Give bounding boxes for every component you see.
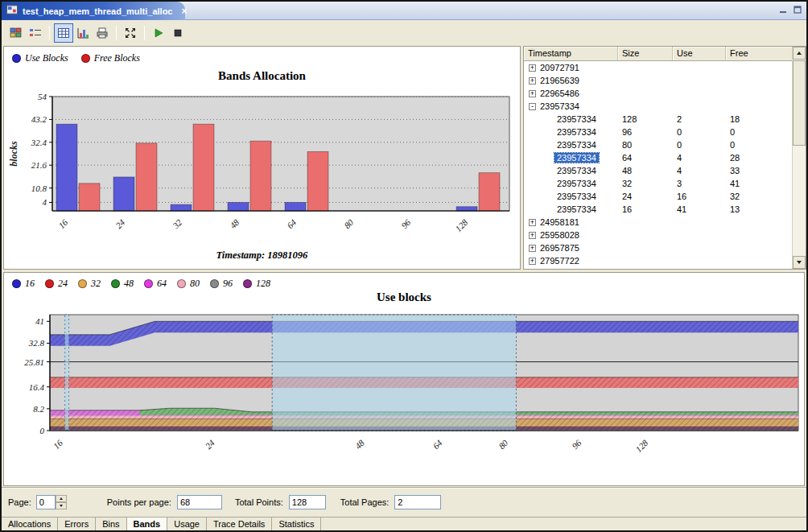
table-row[interactable]: 23957334128218 xyxy=(524,113,794,126)
size-cell xyxy=(618,100,673,113)
table-row[interactable]: +21965639 xyxy=(524,74,794,87)
legend-color-dot xyxy=(144,279,153,288)
timestamp-value: 24958181 xyxy=(540,217,579,227)
scroll-thumb[interactable] xyxy=(793,60,806,146)
expand-toggle[interactable]: + xyxy=(529,64,536,72)
maximize-icon[interactable] xyxy=(792,4,803,15)
column-header[interactable]: Free xyxy=(726,47,794,60)
size-cell: 48 xyxy=(618,164,673,177)
table-row[interactable]: +26957875 xyxy=(524,241,794,254)
stop-button[interactable] xyxy=(168,23,188,43)
timestamp-value: 23957334 xyxy=(554,114,599,124)
bands-allocation-chart[interactable]: 410.821.632.443.25416243248648096128bloc… xyxy=(6,89,520,250)
table-row[interactable]: 2395733432341 xyxy=(524,177,794,190)
table-view-button[interactable] xyxy=(54,23,73,43)
timestamp-value: 26957875 xyxy=(540,243,579,253)
expand-toggle[interactable]: + xyxy=(529,258,536,265)
timestamp-cell: +20972791 xyxy=(524,61,618,74)
timestamp-value: 23957334 xyxy=(540,101,579,111)
view-tab-bar: AllocationsErrorsBinsBandsUsageTrace Det… xyxy=(2,517,806,530)
use-blocks-chart[interactable]: 08.216.425.8132.841162448648096128 xyxy=(5,308,805,484)
points-per-page-input[interactable] xyxy=(177,495,222,509)
tab-test-heap-mem-thread-multi-alloc[interactable]: test_heap_mem_thread_multi_alloc × xyxy=(2,2,185,20)
free-cell: 13 xyxy=(726,203,794,216)
svg-text:32.8: 32.8 xyxy=(28,338,45,348)
free-cell xyxy=(726,241,794,254)
close-icon[interactable]: × xyxy=(181,6,187,17)
expand-toggle[interactable]: + xyxy=(529,232,536,239)
editor-tab-bar: test_heap_mem_thread_multi_alloc × xyxy=(2,2,806,20)
scroll-down-button[interactable] xyxy=(793,256,806,269)
table-row[interactable]: 239573348000 xyxy=(524,138,794,151)
svg-text:64: 64 xyxy=(431,438,444,452)
tab-title: test_heap_mem_thread_multi_alloc xyxy=(23,6,172,16)
view-tab-usage[interactable]: Usage xyxy=(167,518,207,530)
total-pages-input[interactable] xyxy=(394,495,441,509)
spin-up-button[interactable] xyxy=(56,495,67,502)
use-cell xyxy=(673,100,726,113)
legend-color-dot xyxy=(210,279,219,288)
page-spinner[interactable] xyxy=(36,495,67,509)
svg-text:4: 4 xyxy=(43,197,47,207)
fit-view-button[interactable] xyxy=(121,23,140,43)
svg-text:25.81: 25.81 xyxy=(24,357,44,367)
print-button[interactable] xyxy=(93,23,112,43)
table-row[interactable]: +24958181 xyxy=(524,216,794,229)
view-tab-bins[interactable]: Bins xyxy=(96,518,126,530)
column-header[interactable]: Size xyxy=(618,47,673,60)
timestamp-cell: +22965486 xyxy=(524,87,618,100)
timestamp-value: 23957334 xyxy=(554,153,599,163)
use-cell xyxy=(673,229,726,241)
view-tab-statistics[interactable]: Statistics xyxy=(272,518,321,530)
table-row[interactable]: 23957334164113 xyxy=(524,203,794,216)
minimize-icon[interactable] xyxy=(777,4,789,15)
timestamp-cell: 23957334 xyxy=(524,151,618,164)
timestamp-label: Timestamp: 18981096 xyxy=(4,250,520,262)
grid-view-button[interactable] xyxy=(6,23,26,43)
legend-color-dot xyxy=(243,279,252,288)
table-row[interactable]: 239573349600 xyxy=(524,126,794,138)
list-view-button[interactable] xyxy=(26,23,45,43)
table-row[interactable]: +25958028 xyxy=(524,229,794,241)
table-row[interactable]: +27957722 xyxy=(524,254,794,267)
view-tab-bands[interactable]: Bands xyxy=(127,518,168,530)
free-cell: 28 xyxy=(726,151,794,164)
table-row[interactable]: -23957334 xyxy=(524,100,794,113)
view-window-controls xyxy=(777,4,803,15)
collapse-toggle[interactable]: - xyxy=(529,103,536,110)
table-row[interactable]: 23957334241632 xyxy=(524,190,794,203)
table-row[interactable]: +22965486 xyxy=(524,87,794,100)
table-row[interactable]: 2395733464428 xyxy=(524,151,794,164)
table-row[interactable]: 2395733448433 xyxy=(524,164,794,177)
play-button[interactable] xyxy=(149,23,168,43)
spin-down-button[interactable] xyxy=(56,502,67,509)
column-header[interactable]: Timestamp xyxy=(524,47,618,60)
expand-toggle[interactable]: + xyxy=(529,90,536,97)
table-scrollbar[interactable] xyxy=(792,47,806,269)
timestamp-value: 23957334 xyxy=(554,204,599,214)
table-row[interactable]: +20972791 xyxy=(524,61,794,74)
svg-text:16.4: 16.4 xyxy=(29,382,45,392)
chart-view-button[interactable] xyxy=(73,23,93,43)
size-cell xyxy=(618,229,673,241)
column-header[interactable]: Use xyxy=(673,47,726,60)
view-icon xyxy=(6,4,19,18)
view-tab-allocations[interactable]: Allocations xyxy=(2,518,58,530)
timestamp-value: 21965639 xyxy=(540,76,579,85)
expand-toggle[interactable]: + xyxy=(529,219,536,226)
svg-text:8.2: 8.2 xyxy=(33,404,44,414)
page-input[interactable] xyxy=(36,495,56,509)
triangle-up-icon xyxy=(60,497,63,500)
scroll-up-button[interactable] xyxy=(793,47,806,60)
timestamp-cell: +21965639 xyxy=(524,74,618,87)
expand-toggle[interactable]: + xyxy=(529,245,536,252)
expand-toggle[interactable]: + xyxy=(529,77,536,85)
timestamp-value: 22965486 xyxy=(540,89,579,98)
legend-item: 96 xyxy=(210,278,233,290)
svg-text:24: 24 xyxy=(113,217,127,231)
view-tab-trace-details[interactable]: Trace Details xyxy=(207,518,272,530)
bands-allocation-panel: Use BlocksFree Blocks Bands Allocation 4… xyxy=(3,46,521,270)
total-points-input[interactable] xyxy=(289,495,326,509)
view-tab-errors[interactable]: Errors xyxy=(58,518,96,530)
free-cell xyxy=(726,87,794,100)
